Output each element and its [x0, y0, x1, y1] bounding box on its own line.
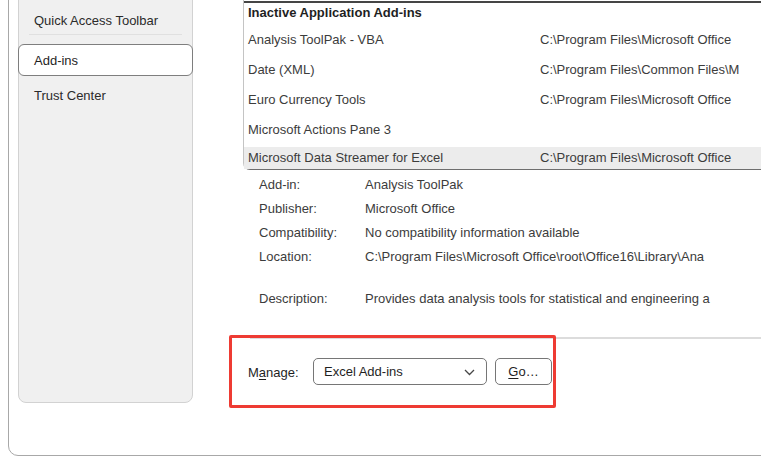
detail-row: Description: Provides data analysis tool… [259, 291, 761, 307]
addin-name: Microsoft Actions Pane 3 [248, 122, 391, 137]
detail-row: Add-in: Analysis ToolPak [259, 177, 761, 193]
manage-dropdown-value: Excel Add-ins [324, 364, 403, 379]
table-row[interactable]: Date (XML) C:\Program Files\Common Files… [248, 62, 761, 78]
detail-label: Description: [259, 291, 328, 306]
addins-listbox [243, 0, 761, 170]
options-sidebar: Quick Access Toolbar Add-ins Trust Cente… [18, 0, 193, 403]
detail-value: Analysis ToolPak [365, 177, 463, 193]
sidebar-item-label: Add-ins [34, 51, 78, 71]
manage-label-part: nage: [266, 365, 299, 380]
table-row[interactable]: Microsoft Data Streamer for Excel C:\Pro… [248, 150, 761, 166]
detail-value: No compatibility information available [365, 225, 580, 241]
detail-row: Compatibility: No compatibility informat… [259, 225, 761, 241]
detail-value: Provides data analysis tools for statist… [365, 291, 710, 307]
detail-row: Location: C:\Program Files\Microsoft Off… [259, 249, 761, 265]
sidebar-item-trust-center[interactable]: Trust Center [34, 86, 106, 106]
detail-label: Add-in: [259, 177, 300, 192]
chevron-down-icon [464, 369, 475, 376]
table-row[interactable]: Euro Currency Tools C:\Program Files\Mic… [248, 92, 761, 108]
addin-location: C:\Program Files\Microsoft Office [540, 92, 731, 108]
table-row[interactable]: Microsoft Actions Pane 3 [248, 122, 761, 138]
addin-location: C:\Program Files\Microsoft Office [540, 32, 731, 48]
detail-value: C:\Program Files\Microsoft Office\root\O… [365, 249, 704, 265]
detail-row: Publisher: Microsoft Office [259, 201, 761, 217]
manage-label-part: M [248, 365, 259, 380]
list-section-header: Inactive Application Add-ins [248, 5, 761, 21]
excel-options-addins-page: Quick Access Toolbar Add-ins Trust Cente… [0, 0, 761, 463]
detail-label: Publisher: [259, 201, 317, 216]
addin-name: Date (XML) [248, 62, 314, 77]
addin-name: Microsoft Data Streamer for Excel [248, 150, 443, 165]
addin-name: Euro Currency Tools [248, 92, 366, 107]
manage-dropdown[interactable]: Excel Add-ins [313, 358, 487, 385]
addin-location: C:\Program Files\Microsoft Office [540, 150, 731, 166]
sidebar-item-quick-access-toolbar[interactable]: Quick Access Toolbar [34, 11, 158, 31]
manage-label-accelerator: a [259, 365, 266, 380]
go-button-label-part: o… [518, 364, 538, 379]
list-section-separator [244, 1, 761, 3]
go-button-accelerator: G [508, 364, 518, 379]
horizontal-divider [250, 337, 761, 339]
sidebar-item-add-ins[interactable]: Add-ins [18, 44, 193, 76]
table-row[interactable]: Analysis ToolPak - VBA C:\Program Files\… [248, 32, 761, 48]
sidebar-divider [29, 34, 182, 35]
addin-location: C:\Program Files\Common Files\M [540, 62, 739, 78]
go-button[interactable]: Go… [495, 358, 552, 385]
addin-name: Analysis ToolPak - VBA [248, 32, 384, 47]
detail-value: Microsoft Office [365, 201, 455, 217]
detail-label: Location: [259, 249, 312, 264]
detail-label: Compatibility: [259, 225, 337, 240]
manage-label: Manage: [248, 364, 299, 382]
